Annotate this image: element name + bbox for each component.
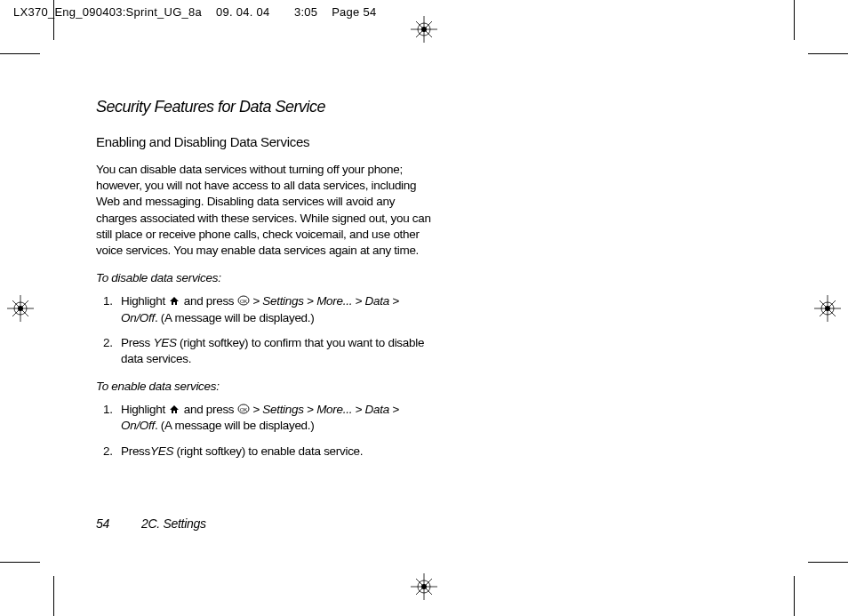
registration-mark-left-icon — [7, 295, 34, 322]
home-icon — [168, 294, 180, 307]
page-content: Security Features for Data Service Enabl… — [96, 98, 434, 472]
enable-step-2: PressYES (right softkey) to enable data … — [96, 444, 434, 460]
registration-mark-top-icon — [411, 16, 437, 43]
section-title: Security Features for Data Service — [96, 98, 434, 116]
page-footer: 54 2C. Settings — [96, 516, 206, 531]
svg-point-11 — [421, 584, 427, 589]
enable-label: To enable data services: — [96, 380, 434, 393]
disable-step-2: Press YES (right softkey) to confirm tha… — [96, 335, 434, 367]
page-number: 54 — [96, 516, 109, 531]
enable-step-1: Highlight and press OK > Settings > More… — [96, 402, 434, 434]
registration-mark-right-icon — [814, 295, 841, 322]
svg-point-23 — [825, 306, 830, 311]
home-icon — [168, 403, 180, 415]
intro-paragraph: You can disable data services without tu… — [96, 162, 434, 259]
crop-mark-bottom-left-icon — [0, 563, 53, 616]
header-time: 3:05 — [294, 5, 317, 19]
chapter-label: 2C. Settings — [141, 516, 206, 531]
disable-label: To disable data services: — [96, 271, 434, 284]
svg-point-17 — [18, 306, 23, 311]
crop-mark-bottom-right-icon — [795, 563, 848, 616]
svg-text:OK: OK — [240, 299, 247, 304]
prepress-header: LX370_Eng_090403:Sprint_UG_8a 09. 04. 04… — [13, 5, 376, 19]
enable-steps: Highlight and press OK > Settings > More… — [96, 402, 434, 460]
ok-key-icon: OK — [237, 294, 250, 307]
ok-key-icon: OK — [237, 403, 250, 415]
crop-mark-top-right-icon — [795, 0, 848, 53]
subsection-title: Enabling and Disabling Data Services — [96, 134, 434, 149]
crop-mark-top-left-icon — [0, 0, 53, 53]
svg-text:OK: OK — [240, 407, 247, 412]
header-page: Page 54 — [332, 5, 376, 19]
registration-mark-bottom-icon — [411, 573, 437, 600]
disable-step-1: Highlight and press OK > Settings > More… — [96, 293, 434, 325]
header-date: 09. 04. 04 — [216, 5, 269, 19]
svg-point-5 — [421, 27, 427, 32]
disable-steps: Highlight and press OK > Settings > More… — [96, 293, 434, 367]
